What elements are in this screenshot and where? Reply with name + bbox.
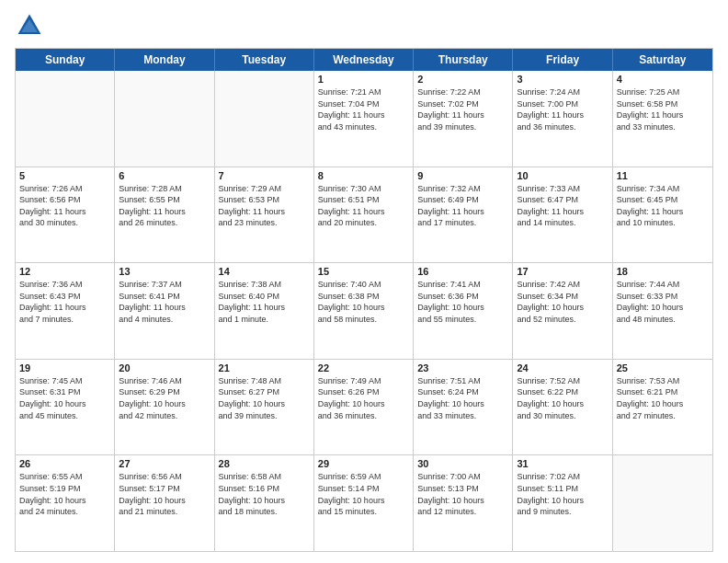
- cal-cell: 31Sunrise: 7:02 AMSunset: 5:11 PMDayligh…: [513, 455, 612, 551]
- cell-line: Daylight: 10 hours: [417, 398, 508, 410]
- cal-cell: 20Sunrise: 7:46 AMSunset: 6:29 PMDayligh…: [115, 360, 214, 455]
- logo: [15, 11, 48, 40]
- day-number: 7: [219, 170, 310, 181]
- day-number: 17: [517, 266, 608, 277]
- cell-line: Sunset: 6:53 PM: [219, 194, 310, 206]
- cell-line: Sunrise: 6:56 AM: [119, 471, 210, 483]
- cal-cell: 16Sunrise: 7:41 AMSunset: 6:36 PMDayligh…: [414, 263, 513, 359]
- cell-line: Sunset: 6:33 PM: [617, 291, 709, 303]
- cell-line: and 30 minutes.: [19, 217, 110, 229]
- day-number: 31: [517, 458, 608, 469]
- day-number: 25: [617, 362, 709, 373]
- cell-line: and 39 minutes.: [417, 121, 508, 133]
- cell-line: Sunrise: 7:48 AM: [219, 375, 310, 387]
- cal-cell: 2Sunrise: 7:22 AMSunset: 7:02 PMDaylight…: [414, 71, 513, 167]
- day-number: 9: [417, 170, 508, 181]
- calendar-row-5: 26Sunrise: 6:55 AMSunset: 5:19 PMDayligh…: [16, 454, 712, 551]
- cell-line: Daylight: 10 hours: [517, 398, 608, 410]
- cell-line: Daylight: 10 hours: [318, 398, 409, 410]
- day-number: 27: [119, 458, 210, 469]
- cell-line: Sunrise: 7:32 AM: [417, 183, 508, 195]
- cell-line: Sunset: 6:56 PM: [19, 194, 110, 206]
- cell-line: Sunset: 7:02 PM: [417, 98, 508, 110]
- cell-line: Sunrise: 7:24 AM: [517, 86, 608, 98]
- cal-cell: 17Sunrise: 7:42 AMSunset: 6:34 PMDayligh…: [513, 263, 612, 359]
- cell-line: Sunset: 7:00 PM: [517, 98, 608, 110]
- cell-line: Sunrise: 6:58 AM: [219, 471, 310, 483]
- day-number: 3: [517, 74, 608, 85]
- cell-line: Sunrise: 7:52 AM: [517, 375, 608, 387]
- day-number: 29: [318, 458, 409, 469]
- cell-line: Daylight: 10 hours: [119, 495, 210, 507]
- cell-line: Sunset: 6:22 PM: [517, 386, 608, 398]
- logo-icon: [15, 11, 44, 40]
- cell-line: Sunrise: 7:40 AM: [318, 279, 409, 291]
- cal-cell: [16, 71, 115, 167]
- cal-cell: 15Sunrise: 7:40 AMSunset: 6:38 PMDayligh…: [314, 263, 414, 359]
- calendar: SundayMondayTuesdayWednesdayThursdayFrid…: [15, 48, 713, 552]
- calendar-row-3: 12Sunrise: 7:36 AMSunset: 6:43 PMDayligh…: [16, 262, 712, 359]
- day-number: 11: [617, 170, 709, 181]
- cell-line: Sunrise: 7:29 AM: [219, 183, 310, 195]
- cal-cell: 9Sunrise: 7:32 AMSunset: 6:49 PMDaylight…: [414, 167, 513, 263]
- cell-line: Sunrise: 7:42 AM: [517, 279, 608, 291]
- cell-line: and 45 minutes.: [19, 410, 110, 422]
- cell-line: Sunrise: 7:26 AM: [19, 183, 110, 195]
- calendar-body: 1Sunrise: 7:21 AMSunset: 7:04 PMDaylight…: [16, 71, 712, 551]
- day-number: 1: [318, 74, 409, 85]
- cal-cell: 8Sunrise: 7:30 AMSunset: 6:51 PMDaylight…: [314, 167, 414, 263]
- header-day-thursday: Thursday: [414, 49, 513, 71]
- cell-line: and 26 minutes.: [119, 217, 210, 229]
- day-number: 18: [617, 266, 709, 277]
- cell-line: Sunrise: 7:45 AM: [19, 375, 110, 387]
- cell-line: Sunset: 6:21 PM: [617, 386, 709, 398]
- cell-line: Sunset: 6:41 PM: [119, 291, 210, 303]
- cell-line: and 48 minutes.: [617, 314, 709, 326]
- cell-line: Daylight: 10 hours: [219, 495, 310, 507]
- cell-line: and 17 minutes.: [417, 217, 508, 229]
- cell-line: Sunset: 6:36 PM: [417, 291, 508, 303]
- cal-cell: 4Sunrise: 7:25 AMSunset: 6:58 PMDaylight…: [613, 71, 712, 167]
- day-number: 19: [19, 362, 110, 373]
- cell-line: Sunset: 6:45 PM: [617, 194, 709, 206]
- day-number: 20: [119, 362, 210, 373]
- cell-line: Daylight: 10 hours: [19, 495, 110, 507]
- cell-line: Sunrise: 7:38 AM: [219, 279, 310, 291]
- day-number: 10: [517, 170, 608, 181]
- cell-line: Sunset: 6:31 PM: [19, 386, 110, 398]
- header: [15, 11, 713, 40]
- cell-line: Daylight: 11 hours: [417, 206, 508, 218]
- cell-line: Sunrise: 7:36 AM: [19, 279, 110, 291]
- cell-line: Daylight: 11 hours: [617, 206, 709, 218]
- cell-line: and 12 minutes.: [417, 506, 508, 518]
- cell-line: Sunset: 7:04 PM: [318, 98, 409, 110]
- cell-line: and 58 minutes.: [318, 314, 409, 326]
- day-number: 8: [318, 170, 409, 181]
- cal-cell: 25Sunrise: 7:53 AMSunset: 6:21 PMDayligh…: [613, 360, 712, 455]
- cell-line: Daylight: 10 hours: [318, 302, 409, 314]
- cell-line: Sunset: 6:58 PM: [617, 98, 709, 110]
- header-day-friday: Friday: [513, 49, 612, 71]
- cell-line: and 24 minutes.: [19, 506, 110, 518]
- cell-line: Sunset: 6:34 PM: [517, 291, 608, 303]
- cell-line: and 55 minutes.: [417, 314, 508, 326]
- cell-line: Sunset: 5:13 PM: [417, 483, 508, 495]
- cell-line: Daylight: 11 hours: [219, 206, 310, 218]
- cell-line: Sunrise: 6:59 AM: [318, 471, 409, 483]
- cell-line: Sunrise: 7:00 AM: [417, 471, 508, 483]
- cal-cell: [613, 455, 712, 551]
- day-number: 28: [219, 458, 310, 469]
- cell-line: Sunrise: 7:28 AM: [119, 183, 210, 195]
- cell-line: and 4 minutes.: [119, 314, 210, 326]
- page: SundayMondayTuesdayWednesdayThursdayFrid…: [0, 0, 728, 563]
- cell-line: Sunrise: 6:55 AM: [19, 471, 110, 483]
- cell-line: and 30 minutes.: [517, 410, 608, 422]
- cell-line: and 33 minutes.: [617, 121, 709, 133]
- cell-line: Daylight: 10 hours: [517, 495, 608, 507]
- calendar-row-2: 5Sunrise: 7:26 AMSunset: 6:56 PMDaylight…: [16, 167, 712, 263]
- calendar-row-4: 19Sunrise: 7:45 AMSunset: 6:31 PMDayligh…: [16, 359, 712, 455]
- cal-cell: 10Sunrise: 7:33 AMSunset: 6:47 PMDayligh…: [513, 167, 612, 263]
- cal-cell: [215, 71, 314, 167]
- cal-cell: 23Sunrise: 7:51 AMSunset: 6:24 PMDayligh…: [414, 360, 513, 455]
- day-number: 23: [417, 362, 508, 373]
